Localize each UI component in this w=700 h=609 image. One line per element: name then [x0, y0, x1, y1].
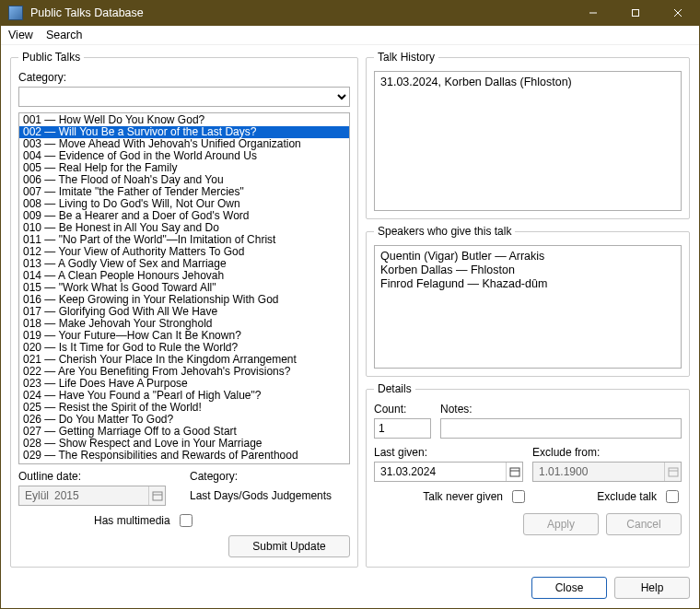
exclude-talk-checkbox[interactable]	[666, 490, 679, 503]
talk-item[interactable]: 014 — A Clean People Honours Jehovah	[19, 270, 349, 282]
notes-label: Notes:	[440, 403, 682, 416]
talk-item[interactable]: 005 — Real Help for the Family	[19, 162, 349, 174]
submit-update-button[interactable]: Submit Update	[228, 535, 350, 557]
talk-item[interactable]: 021 — Cherish Your Place In the Kingdom …	[19, 354, 349, 366]
talk-item[interactable]: 010 — Be Honest in All You Say and Do	[19, 222, 349, 234]
menu-view[interactable]: View	[8, 29, 33, 41]
menubar: View Search	[1, 26, 699, 45]
talk-item[interactable]: 024 — Have You Found a "Pearl of High Va…	[19, 390, 349, 402]
speaker-entry[interactable]: Korben Dallas — Fhloston	[380, 264, 675, 277]
outline-year: 2015	[54, 489, 85, 502]
has-multimedia-label: Has multimedia	[94, 514, 170, 527]
svg-rect-8	[669, 468, 678, 476]
calendar-icon[interactable]	[506, 463, 522, 481]
talk-item[interactable]: 011 — "No Part of the World"—In Imitatio…	[19, 234, 349, 246]
cancel-button[interactable]: Cancel	[606, 513, 682, 535]
svg-rect-1	[633, 10, 639, 17]
talk-never-given-label: Talk never given	[423, 490, 503, 503]
history-entry[interactable]: 31.03.2024, Korben Dallas (Fhloston)	[380, 76, 675, 88]
app-icon	[8, 6, 23, 20]
talk-item[interactable]: 015 — "Work What Is Good Toward All"	[19, 282, 349, 294]
last-given-value: 31.03.2024	[375, 465, 441, 478]
speaker-entry[interactable]: Quentin (Vigar) Butler — Arrakis	[380, 250, 675, 264]
talk-history-legend: Talk History	[374, 51, 438, 64]
help-button[interactable]: Help	[614, 577, 690, 599]
talk-item[interactable]: 013 — A Godly View of Sex and Marriage	[19, 258, 349, 270]
count-input[interactable]	[374, 418, 431, 439]
talk-item[interactable]: 029 — The Responsibilities and Rewards o…	[19, 450, 349, 462]
exclude-from-picker[interactable]: 1.01.1900	[532, 462, 682, 482]
talks-listbox[interactable]: 001 — How Well Do You Know God?002 — Wil…	[18, 112, 350, 464]
talk-item[interactable]: 019 — Your Future—How Can It Be Known?	[19, 330, 349, 342]
window-title: Public Talks Database	[30, 6, 572, 19]
talk-item[interactable]: 012 — Your View of Authority Matters To …	[19, 246, 349, 258]
public-talks-legend: Public Talks	[18, 51, 84, 64]
talk-item[interactable]: 002 — Will You Be a Survivor of the Last…	[19, 126, 349, 138]
last-given-picker[interactable]: 31.03.2024	[374, 462, 523, 482]
category-combo[interactable]	[18, 87, 350, 107]
calendar-icon[interactable]	[148, 486, 165, 505]
talk-history-group: Talk History 31.03.2024, Korben Dallas (…	[366, 51, 690, 219]
right-column: Talk History 31.03.2024, Korben Dallas (…	[366, 51, 690, 568]
outline-month: Eylül	[19, 489, 54, 502]
talk-item[interactable]: 020 — Is It Time for God to Rule the Wor…	[19, 342, 349, 354]
outline-date-label: Outline date:	[18, 470, 173, 483]
talk-item[interactable]: 028 — Show Respect and Love in Your Marr…	[19, 438, 349, 450]
apply-button[interactable]: Apply	[523, 513, 599, 535]
talk-never-given-checkbox[interactable]	[512, 490, 525, 503]
exclude-from-label: Exclude from:	[532, 446, 682, 459]
talk-item[interactable]: 025 — Resist the Spirit of the World!	[19, 402, 349, 414]
talk-item[interactable]: 017 — Glorifying God With All We Have	[19, 306, 349, 318]
footer: Close Help	[1, 575, 699, 608]
talk-item[interactable]: 006 — The Flood of Noah's Day and You	[19, 174, 349, 186]
calendar-icon[interactable]	[664, 463, 681, 481]
menu-search[interactable]: Search	[46, 29, 83, 41]
talk-item[interactable]: 001 — How Well Do You Know God?	[19, 114, 349, 126]
svg-rect-6	[510, 468, 519, 476]
talk-history-list[interactable]: 31.03.2024, Korben Dallas (Fhloston)	[374, 71, 682, 211]
app-window: Public Talks Database View Search Public…	[0, 0, 700, 609]
talk-item[interactable]: 027 — Getting Marriage Off to a Good Sta…	[19, 426, 349, 438]
window-controls	[572, 1, 699, 26]
category-label: Category:	[18, 71, 350, 84]
count-label: Count:	[374, 403, 431, 416]
svg-rect-4	[153, 492, 162, 500]
notes-input[interactable]	[440, 418, 682, 439]
maximize-button[interactable]	[614, 1, 657, 26]
details-legend: Details	[374, 382, 415, 395]
details-group: Details Count: Notes: Last given:	[366, 382, 690, 568]
talk-item[interactable]: 026 — Do You Matter To God?	[19, 414, 349, 426]
has-multimedia-checkbox[interactable]	[180, 514, 192, 527]
talk-item[interactable]: 003 — Move Ahead With Jehovah's Unified …	[19, 138, 349, 150]
talk-item[interactable]: 023 — Life Does Have A Purpose	[19, 378, 349, 390]
close-button[interactable]: Close	[531, 577, 607, 599]
talk-item[interactable]: 004 — Evidence of God in the World Aroun…	[19, 150, 349, 162]
speakers-list[interactable]: Quentin (Vigar) Butler — ArrakisKorben D…	[374, 245, 682, 369]
exclude-from-value: 1.01.1900	[533, 465, 593, 478]
titlebar: Public Talks Database	[1, 1, 699, 26]
exclude-talk-label: Exclude talk	[597, 490, 657, 503]
speaker-entry[interactable]: Finrod Felagund — Khazad-dûm	[380, 277, 675, 291]
talk-item[interactable]: 022 — Are You Benefiting From Jehovah's …	[19, 366, 349, 378]
speakers-group: Speakers who give this talk Quentin (Vig…	[366, 225, 690, 377]
sub-category-label: Category:	[190, 470, 350, 483]
close-window-button[interactable]	[657, 1, 699, 26]
outline-date-picker[interactable]: Eylül 2015	[18, 486, 166, 506]
left-column: Public Talks Category: 001 — How Well Do…	[10, 51, 358, 568]
talk-item[interactable]: 009 — Be a Hearer and a Doer of God's Wo…	[19, 210, 349, 222]
talk-item[interactable]: 007 — Imitate "the Father of Tender Merc…	[19, 186, 349, 198]
talk-item[interactable]: 008 — Living to Do God's Will, Not Our O…	[19, 198, 349, 210]
public-talks-group: Public Talks Category: 001 — How Well Do…	[10, 51, 358, 568]
last-given-label: Last given:	[374, 446, 523, 459]
talk-item[interactable]: 016 — Keep Growing in Your Relationship …	[19, 294, 349, 306]
sub-category-value: Last Days/Gods Judgements	[190, 486, 350, 502]
content: Public Talks Category: 001 — How Well Do…	[1, 45, 699, 575]
minimize-button[interactable]	[572, 1, 614, 26]
speakers-legend: Speakers who give this talk	[374, 225, 515, 238]
talk-item[interactable]: 018 — Make Jehovah Your Stronghold	[19, 318, 349, 330]
